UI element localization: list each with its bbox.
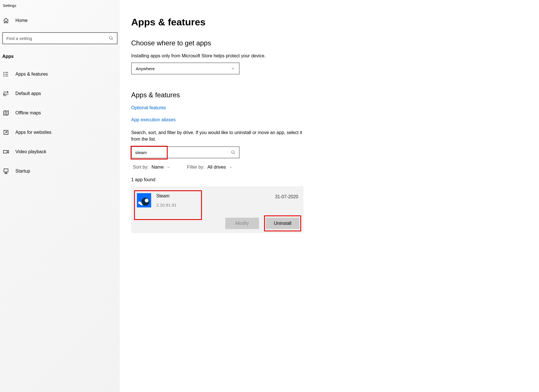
svg-point-2 bbox=[4, 72, 4, 73]
app-version: 2.10.91.91 bbox=[156, 203, 275, 207]
sidebar-item-label: Apps & features bbox=[15, 72, 48, 77]
sort-value: Name bbox=[151, 165, 164, 170]
list-icon bbox=[3, 71, 9, 77]
sidebar-section-apps: Apps bbox=[0, 52, 120, 66]
app-list: Steam 2.10.91.91 31-07-2020 Modify Unins… bbox=[131, 186, 303, 233]
sidebar-item-apps-websites[interactable]: Apps for websites bbox=[0, 125, 120, 140]
sidebar-item-startup[interactable]: Startup bbox=[0, 163, 120, 179]
main-content: Apps & features Choose where to get apps… bbox=[120, 0, 539, 392]
svg-rect-16 bbox=[4, 169, 8, 172]
chevron-down-icon bbox=[229, 165, 233, 169]
search-desc: Search, sort, and filter by drive. If yo… bbox=[131, 129, 305, 142]
optional-features-link[interactable]: Optional features bbox=[131, 105, 528, 110]
apps-features-heading: Apps & features bbox=[131, 91, 528, 99]
app-search-input[interactable] bbox=[132, 150, 231, 155]
chevron-down-icon bbox=[231, 66, 235, 70]
home-icon bbox=[3, 17, 9, 24]
steam-icon bbox=[137, 193, 151, 207]
svg-point-4 bbox=[4, 74, 4, 74]
sidebar-item-offline-maps[interactable]: Offline maps bbox=[0, 105, 120, 121]
app-execution-aliases-link[interactable]: App execution aliases bbox=[131, 117, 528, 122]
map-icon bbox=[3, 110, 9, 116]
svg-point-0 bbox=[110, 37, 112, 39]
video-icon bbox=[3, 149, 9, 155]
app-search-box[interactable] bbox=[131, 146, 240, 158]
home-nav[interactable]: Home bbox=[0, 15, 120, 27]
choose-desc: Installing apps only from Microsoft Stor… bbox=[131, 53, 528, 58]
sidebar-item-video-playback[interactable]: Video playback bbox=[0, 144, 120, 159]
page-title: Apps & features bbox=[131, 17, 528, 28]
app-count: 1 app found bbox=[131, 177, 528, 182]
filter-value: All drives bbox=[207, 165, 226, 170]
sidebar-item-label: Video playback bbox=[15, 149, 46, 154]
uninstall-button[interactable]: Uninstall bbox=[266, 218, 299, 229]
uninstall-label: Uninstall bbox=[274, 221, 291, 226]
choose-heading: Choose where to get apps bbox=[131, 39, 528, 47]
modify-button: Modify bbox=[225, 218, 259, 229]
app-action-row: Modify Uninstall bbox=[134, 218, 299, 229]
sidebar: Settings Home Apps Apps & features Defau… bbox=[0, 0, 120, 392]
svg-point-20 bbox=[232, 151, 234, 153]
window-title: Settings bbox=[0, 3, 120, 15]
startup-icon bbox=[3, 168, 9, 174]
app-name: Steam bbox=[156, 193, 275, 199]
sidebar-item-default-apps[interactable]: Default apps bbox=[0, 86, 120, 101]
home-label: Home bbox=[15, 18, 28, 23]
svg-point-6 bbox=[4, 76, 4, 76]
settings-list-icon bbox=[3, 90, 9, 97]
sort-label: Sort by: bbox=[133, 165, 149, 170]
settings-search-box[interactable] bbox=[2, 32, 117, 44]
sidebar-item-label: Apps for websites bbox=[15, 130, 51, 135]
settings-search-input[interactable] bbox=[6, 36, 109, 41]
sidebar-item-label: Default apps bbox=[15, 91, 41, 96]
app-info: Steam 2.10.91.91 bbox=[156, 193, 275, 207]
app-item-steam[interactable]: Steam 2.10.91.91 31-07-2020 bbox=[134, 190, 299, 210]
sort-filter-row: Sort by: Name Filter by: All drives bbox=[131, 165, 528, 170]
svg-point-9 bbox=[7, 92, 8, 93]
search-icon bbox=[109, 36, 114, 41]
search-icon bbox=[231, 150, 236, 155]
sort-by-dropdown[interactable]: Sort by: Name bbox=[133, 165, 171, 170]
app-source-dropdown[interactable]: Anywhere bbox=[131, 62, 240, 74]
sidebar-item-label: Offline maps bbox=[15, 110, 41, 116]
app-source-value: Anywhere bbox=[136, 66, 155, 71]
svg-line-21 bbox=[234, 153, 235, 154]
sidebar-item-label: Startup bbox=[15, 169, 30, 174]
svg-rect-15 bbox=[3, 150, 7, 153]
svg-point-11 bbox=[3, 94, 5, 95]
filter-by-dropdown[interactable]: Filter by: All drives bbox=[187, 165, 233, 170]
svg-line-1 bbox=[112, 39, 113, 40]
filter-label: Filter by: bbox=[187, 165, 204, 170]
sidebar-item-apps-features[interactable]: Apps & features bbox=[0, 66, 120, 82]
chevron-down-icon bbox=[167, 165, 171, 169]
open-external-icon bbox=[3, 129, 9, 136]
app-install-date: 31-07-2020 bbox=[275, 194, 298, 199]
